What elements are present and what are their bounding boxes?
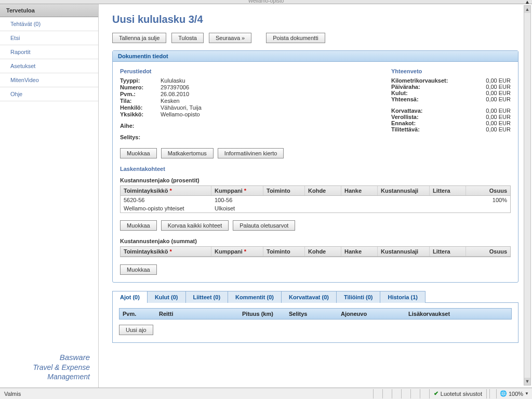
- total-label: Yhteensä:: [391, 96, 461, 102]
- statusbar: Valmis ✔ Luotetut sivustot 🌐 100% ▼: [0, 388, 532, 399]
- new-drive-button[interactable]: Uusi ajo: [119, 325, 153, 335]
- date-label: Pvm.:: [120, 91, 161, 97]
- cost-objects-heading: Laskentakohteet: [120, 166, 511, 172]
- unit-value: Wellamo-opisto: [161, 111, 200, 117]
- col-unit: Toimintayksikkö: [124, 188, 168, 194]
- tab-drives[interactable]: Ajot (0): [112, 291, 148, 303]
- replace-all-button[interactable]: Korvaa kaikki kohteet: [161, 220, 229, 231]
- sidebar-item-settings[interactable]: Asetukset: [0, 59, 98, 73]
- scroll-down-arrow-icon[interactable]: ▼: [524, 378, 530, 385]
- sidebar-item-tasks[interactable]: Tehtävät (0): [0, 17, 98, 31]
- type-value: Kululasku: [161, 77, 185, 84]
- restore-defaults-button[interactable]: Palauta oletusarvot: [233, 220, 295, 231]
- chevron-down-icon[interactable]: ▼: [525, 391, 529, 396]
- settle-value: 0,00 EUR: [477, 126, 511, 132]
- col-desc: Selitys: [286, 309, 338, 319]
- zoom-value: 100%: [509, 391, 523, 397]
- sum-split-heading: Kustannustenjako (summat): [120, 238, 511, 244]
- exp-label: Kulut:: [391, 90, 461, 96]
- edit-sum-button[interactable]: Muokkaa: [120, 264, 157, 275]
- tab-comments[interactable]: Kommentit (0): [228, 291, 282, 303]
- status-cell: [410, 389, 420, 398]
- col-costtype: Kustannuslaji: [378, 186, 430, 195]
- next-button[interactable]: Seuraava »: [209, 33, 251, 43]
- tab-history[interactable]: Historia (1): [380, 291, 425, 303]
- trusted-sites[interactable]: ✔ Luotetut sivustot: [429, 389, 486, 398]
- status-cell: [420, 389, 429, 398]
- taxed-value: 0,00 EUR: [477, 114, 511, 120]
- col-share: Osuus: [466, 186, 510, 195]
- brand-name: Basware: [8, 352, 90, 363]
- content-area: Uusi kululasku 3/4 Tallenna ja sulje Tul…: [99, 4, 532, 388]
- tab-reimbursables[interactable]: Korvattavat (0): [281, 291, 337, 303]
- page-title: Uusi kululasku 3/4: [112, 14, 518, 25]
- km-value: 0,00 EUR: [477, 77, 511, 84]
- tab-attachments[interactable]: Liitteet (0): [185, 291, 229, 303]
- sum-grid: Toimintayksikkö * Kumppani * Toiminto Ko…: [120, 246, 511, 257]
- summary-heading: Yhteenveto: [391, 68, 511, 74]
- person-label: Henkilö:: [120, 104, 161, 111]
- zoom-control[interactable]: 🌐 100% ▼: [496, 389, 532, 398]
- number-label: Numero:: [120, 84, 161, 90]
- brand-tagline: Travel & Expense Management: [8, 363, 90, 381]
- reimb-value: 0,00 EUR: [477, 108, 511, 114]
- adv-label: Ennakot:: [391, 120, 461, 126]
- status-cell: [401, 389, 410, 398]
- daily-label: Päiväraha:: [391, 84, 461, 90]
- vertical-scrollbar[interactable]: ▲ ▼: [524, 5, 531, 385]
- col-partner: Kumppani: [215, 188, 243, 194]
- print-button[interactable]: Tulosta: [171, 33, 204, 43]
- desc-label: Selitys:: [120, 134, 161, 140]
- exp-value: 0,00 EUR: [477, 90, 511, 96]
- sidebar-item-search[interactable]: Etsi: [0, 31, 98, 45]
- daily-value: 0,00 EUR: [477, 84, 511, 90]
- check-icon: ✔: [434, 390, 438, 397]
- col-date: Pvm.: [119, 309, 156, 319]
- save-close-button[interactable]: Tallenna ja sulje: [112, 33, 166, 43]
- type-label: Tyyppi:: [120, 77, 161, 84]
- settle-label: Tilitettävä:: [391, 126, 461, 132]
- info-routing-button[interactable]: Informatiivinen kierto: [218, 148, 284, 158]
- reimb-label: Korvattava:: [391, 108, 461, 114]
- state-value: Kesken: [161, 98, 180, 104]
- adv-value: 0,00 EUR: [477, 120, 511, 126]
- pct-row-2: Wellamo-opisto yhteiset Ulkoiset: [121, 204, 510, 212]
- col-project: Hanke: [341, 186, 378, 195]
- pct-split-heading: Kustannustenjako (prosentit): [120, 177, 511, 183]
- tab-accounting[interactable]: Tiliöinti (0): [336, 291, 380, 303]
- date-value: 26.08.2010: [161, 91, 189, 97]
- sidebar: Tervetuloa Tehtävät (0) Etsi Raportit As…: [0, 4, 99, 388]
- sidebar-header: Tervetuloa: [0, 4, 98, 17]
- doc-info-panel: Dokumentin tiedot Perustiedot Tyyppi:Kul…: [112, 50, 518, 283]
- col-vehicle: Ajoneuvo: [338, 309, 405, 319]
- total-value: 0,00 EUR: [477, 96, 511, 102]
- topbar-label: Wellamo-opisto: [248, 0, 284, 4]
- col-extra: Lisäkorvaukset: [405, 309, 511, 319]
- protected-mode[interactable]: [489, 389, 496, 398]
- sidebar-item-help[interactable]: Ohje: [0, 87, 98, 101]
- col-length: Pituus (km): [239, 309, 286, 319]
- col-target: Kohde: [305, 186, 341, 195]
- delete-doc-button[interactable]: Poista dokumentti: [266, 33, 325, 43]
- col-function: Toiminto: [263, 186, 305, 195]
- edit-basic-button[interactable]: Muokkaa: [120, 148, 157, 158]
- pct-row-1: 5620-56 100-56 100%: [121, 196, 510, 204]
- brand-block: Basware Travel & Expense Management: [0, 346, 98, 388]
- number-value: 297397006: [161, 84, 189, 90]
- subject-label: Aihe:: [120, 123, 161, 129]
- toolbar: Tallenna ja sulje Tulosta Seuraava » Poi…: [112, 33, 518, 43]
- basic-info-heading: Perustiedot: [120, 68, 297, 74]
- scroll-up-arrow-icon[interactable]: ▲: [524, 6, 530, 13]
- unit-label: Yksikkö:: [120, 111, 161, 117]
- sidebar-item-video[interactable]: MitenVideo: [0, 73, 98, 87]
- taxed-label: Verollista:: [391, 114, 461, 120]
- tab-expenses[interactable]: Kulut (0): [147, 291, 186, 303]
- trusted-label: Luotetut sivustot: [441, 391, 482, 397]
- tabs-panel: Ajot (0) Kulut (0) Liitteet (0) Kommenti…: [112, 291, 518, 343]
- travel-report-button[interactable]: Matkakertomus: [161, 148, 214, 158]
- sidebar-item-reports[interactable]: Raportit: [0, 45, 98, 59]
- status-cell: [373, 389, 382, 398]
- person-value: Vähävuori, Tuija: [161, 104, 202, 111]
- panel-header: Dokumentin tiedot: [113, 51, 518, 62]
- edit-pct-button[interactable]: Muokkaa: [120, 220, 157, 231]
